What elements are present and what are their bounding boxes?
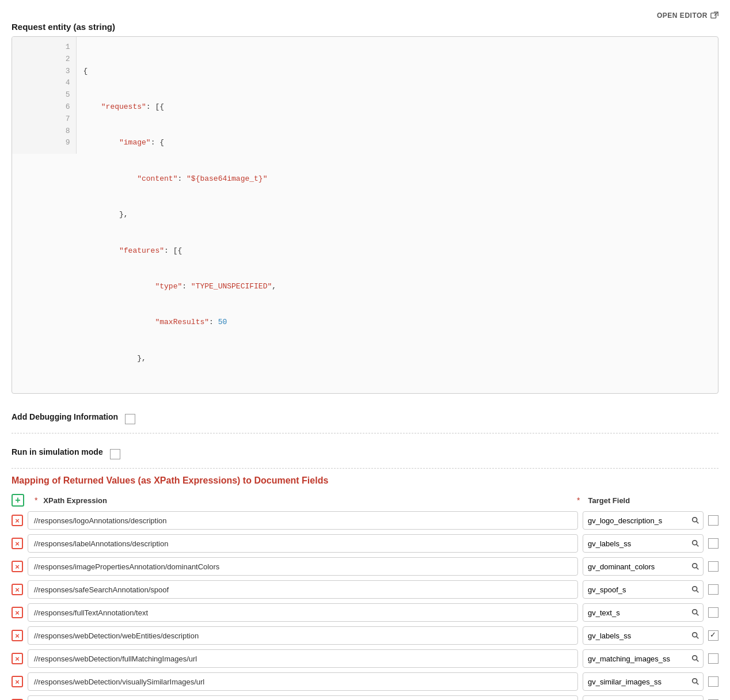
delete-row-button[interactable]: ×	[12, 584, 23, 595]
target-field-input[interactable]	[583, 539, 688, 548]
xpath-input[interactable]	[28, 557, 578, 576]
mapping-row: ×	[12, 695, 718, 700]
svg-line-17	[697, 683, 699, 685]
open-editor-label: OPEN EDITOR	[657, 12, 708, 20]
svg-line-3	[697, 522, 699, 524]
target-field-wrapper	[583, 557, 704, 576]
delete-row-button[interactable]: ×	[12, 561, 23, 572]
simulation-label: Run in simulation mode	[12, 447, 103, 456]
search-icon-button[interactable]	[688, 516, 703, 524]
svg-point-14	[693, 656, 697, 660]
xpath-input[interactable]	[28, 649, 578, 668]
target-field-wrapper	[583, 603, 704, 622]
row-checkbox[interactable]	[708, 676, 718, 687]
mapping-row: ×	[12, 603, 718, 622]
search-icon	[691, 516, 699, 524]
search-icon	[691, 608, 699, 617]
svg-point-2	[693, 518, 697, 522]
xpath-input[interactable]	[28, 695, 578, 700]
search-icon-button[interactable]	[688, 655, 703, 663]
xpath-input[interactable]	[28, 603, 578, 622]
target-field-input[interactable]	[583, 655, 688, 663]
delete-row-button[interactable]: ×	[12, 607, 23, 618]
delete-row-button[interactable]: ×	[12, 630, 23, 641]
search-icon-button[interactable]	[688, 585, 703, 594]
xpath-input[interactable]	[28, 580, 578, 599]
mapping-row: ×	[12, 649, 718, 668]
target-field-input[interactable]	[583, 516, 688, 525]
svg-line-9	[697, 591, 699, 593]
svg-point-12	[693, 633, 697, 637]
open-editor-button[interactable]: OPEN EDITOR	[657, 12, 718, 20]
row-checkbox[interactable]	[708, 538, 718, 549]
target-field-input[interactable]	[583, 585, 688, 594]
xpath-input[interactable]	[28, 626, 578, 645]
debug-row: Add Debugging Information	[12, 405, 718, 433]
search-icon-button[interactable]	[688, 562, 703, 570]
mapping-row: ×	[12, 672, 718, 691]
delete-row-button[interactable]: ×	[12, 653, 23, 664]
search-icon	[691, 678, 699, 686]
target-field-wrapper	[583, 580, 704, 599]
search-icon	[691, 655, 699, 663]
mapping-header: + * XPath Expression * Target Field	[12, 494, 718, 507]
svg-line-13	[697, 637, 699, 639]
delete-row-button[interactable]: ×	[12, 676, 23, 687]
xpath-input[interactable]	[28, 511, 578, 530]
search-icon-button[interactable]	[688, 539, 703, 547]
search-icon	[691, 562, 699, 570]
simulation-row: Run in simulation mode	[12, 440, 718, 469]
target-field-input[interactable]	[583, 562, 688, 571]
row-checkbox[interactable]	[708, 630, 718, 641]
simulation-checkbox[interactable]	[110, 449, 120, 459]
line-numbers: 1 2 3 4 5 6 7 8 9	[12, 37, 77, 154]
target-field-input[interactable]	[583, 631, 688, 640]
mapping-row: ×	[12, 534, 718, 553]
svg-point-8	[693, 587, 697, 591]
svg-point-6	[693, 564, 697, 568]
row-checkbox[interactable]	[708, 653, 718, 664]
code-editor: 1 2 3 4 5 6 7 8 9 { "requests": [{ "imag…	[12, 36, 718, 394]
svg-line-7	[697, 568, 699, 570]
target-field-wrapper	[583, 534, 704, 553]
search-icon-button[interactable]	[688, 631, 703, 640]
search-icon	[691, 539, 699, 547]
mapping-row: ×	[12, 580, 718, 599]
col-header-xpath: XPath Expression	[42, 496, 107, 505]
search-icon-button[interactable]	[688, 678, 703, 686]
xpath-input[interactable]	[28, 672, 578, 691]
debug-checkbox[interactable]	[125, 414, 135, 424]
svg-line-15	[697, 660, 699, 662]
mapping-row: ×	[12, 511, 718, 530]
target-field-input[interactable]	[583, 608, 688, 617]
svg-point-10	[693, 610, 697, 614]
search-icon	[691, 631, 699, 640]
delete-row-button[interactable]: ×	[12, 538, 23, 549]
mapping-rows: ××××××××××	[12, 511, 718, 700]
svg-point-4	[693, 541, 697, 545]
row-checkbox[interactable]	[708, 561, 718, 572]
debug-label: Add Debugging Information	[12, 412, 118, 421]
xpath-input[interactable]	[28, 534, 578, 553]
search-icon-button[interactable]	[688, 608, 703, 617]
target-field-wrapper	[583, 511, 704, 530]
target-field-wrapper	[583, 695, 704, 700]
add-mapping-button[interactable]: +	[12, 494, 24, 507]
target-field-wrapper	[583, 626, 704, 645]
delete-row-button[interactable]: ×	[12, 515, 23, 526]
row-checkbox[interactable]	[708, 515, 718, 526]
target-field-wrapper	[583, 672, 704, 691]
mapping-row: ×	[12, 557, 718, 576]
target-field-input[interactable]	[583, 678, 688, 686]
svg-line-11	[697, 614, 699, 616]
section-title: Request entity (as string)	[12, 22, 718, 32]
svg-rect-0	[711, 13, 716, 18]
target-field-wrapper	[583, 649, 704, 668]
row-checkbox[interactable]	[708, 607, 718, 618]
mapping-title: Mapping of Returned Values (as XPath Exp…	[12, 475, 718, 486]
search-icon	[691, 585, 699, 594]
col-header-target: Target Field	[588, 496, 704, 505]
open-editor-icon	[710, 12, 718, 20]
row-checkbox[interactable]	[708, 584, 718, 595]
mapping-row: ×	[12, 626, 718, 645]
